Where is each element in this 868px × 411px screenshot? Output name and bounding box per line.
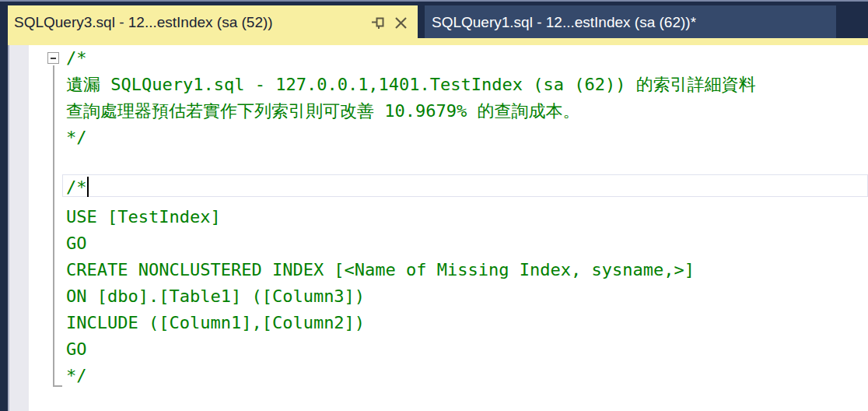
tab-sqlquery1[interactable]: SQLQuery1.sql - 12...estIndex (sa (62))* — [425, 5, 836, 40]
fold-guide-line — [53, 65, 54, 386]
code-line[interactable]: GO — [0, 336, 868, 363]
code-line[interactable]: */ — [0, 363, 868, 389]
code-line[interactable] — [0, 151, 868, 177]
pin-icon[interactable] — [370, 15, 386, 30]
close-icon[interactable] — [393, 15, 408, 30]
code-line[interactable]: GO — [0, 230, 868, 257]
code-line[interactable]: INCLUDE ([Column1],[Column2]) — [0, 310, 868, 336]
collapse-region-toggle[interactable] — [47, 52, 59, 64]
code-line[interactable]: */ — [0, 125, 868, 151]
tab-sqlquery3[interactable]: SQLQuery3.sql - 12...estIndex (sa (52)) — [8, 5, 418, 40]
code-line[interactable]: /* — [0, 45, 868, 72]
tab-title: SQLQuery3.sql - 12...estIndex (sa (52)) — [14, 14, 273, 31]
minus-icon — [51, 58, 56, 59]
ssms-window: { "tabs": [ { "label": "SQLQuery3.sql - … — [0, 0, 868, 411]
code-editor[interactable]: /* 遺漏 SQLQuery1.sql - 127.0.0.1,1401.Tes… — [0, 45, 868, 411]
document-tab-bar: SQLQuery3.sql - 12...estIndex (sa (52)) … — [0, 0, 868, 38]
tab-title: SQLQuery1.sql - 12...estIndex (sa (62))* — [432, 14, 696, 31]
code-line[interactable]: 遺漏 SQLQuery1.sql - 127.0.0.1,1401.TestIn… — [0, 72, 868, 98]
code-line-with-caret[interactable]: /* — [0, 174, 868, 201]
code-line[interactable]: USE [TestIndex] — [0, 204, 868, 230]
code-line[interactable]: CREATE NONCLUSTERED INDEX [<Name of Miss… — [0, 257, 868, 283]
active-tab-strip — [8, 38, 868, 45]
code-line[interactable]: 查詢處理器預估若實作下列索引則可改善 10.9679% 的查詢成本。 — [0, 98, 868, 125]
fold-guide-foot — [53, 385, 62, 387]
text-caret — [87, 177, 89, 197]
code-line[interactable]: ON [dbo].[Table1] ([Column3]) — [0, 283, 868, 310]
